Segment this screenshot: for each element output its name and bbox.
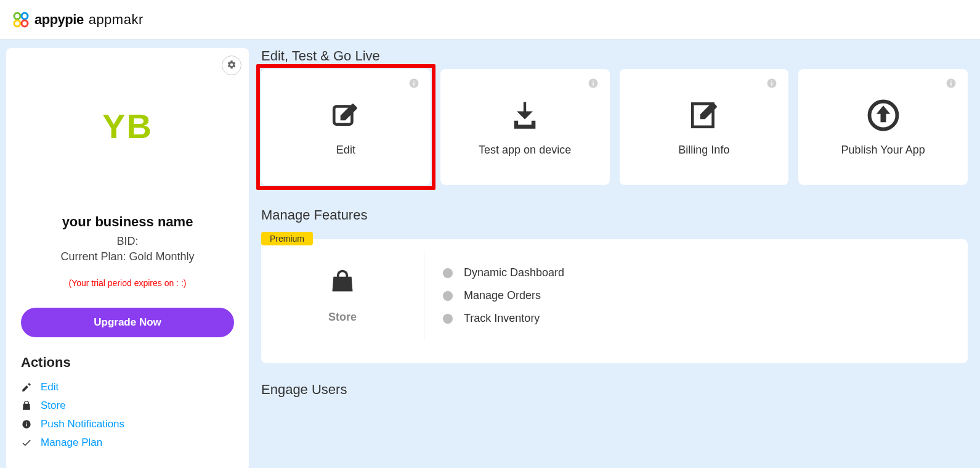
check-icon bbox=[21, 437, 32, 448]
features-section-title: Manage Features bbox=[261, 207, 968, 223]
premium-badge: Premium bbox=[261, 232, 313, 245]
brand-logo[interactable]: appypie appmakr bbox=[12, 11, 144, 28]
topbar: appypie appmakr bbox=[0, 0, 980, 39]
bid-label: BID: bbox=[21, 235, 234, 248]
info-icon[interactable] bbox=[946, 78, 957, 89]
svg-point-9 bbox=[22, 20, 28, 27]
edit-icon bbox=[328, 98, 363, 133]
feature-item[interactable]: Track Inventory bbox=[443, 307, 949, 330]
card-label: Billing Info bbox=[678, 144, 729, 157]
download-icon bbox=[508, 98, 542, 133]
card-test[interactable]: Test app on device bbox=[440, 69, 610, 185]
feature-item-label: Dynamic Dashboard bbox=[464, 266, 564, 279]
action-item-plan[interactable]: Manage Plan bbox=[21, 433, 234, 452]
info-icon[interactable] bbox=[408, 78, 419, 89]
card-label: Edit bbox=[336, 144, 355, 157]
edit-icon bbox=[21, 382, 32, 393]
action-item-push[interactable]: Push Notifications bbox=[21, 415, 234, 433]
info-icon[interactable] bbox=[766, 78, 777, 89]
action-link[interactable]: Push Notifications bbox=[41, 418, 124, 430]
upgrade-button[interactable]: Upgrade Now bbox=[21, 308, 234, 337]
bullet-icon bbox=[443, 291, 453, 301]
info-icon[interactable] bbox=[588, 78, 599, 89]
actions-title: Actions bbox=[21, 355, 234, 371]
card-label: Publish Your App bbox=[841, 144, 925, 157]
shopbag-icon bbox=[329, 268, 356, 297]
engage-section-title: Engage Users bbox=[261, 382, 968, 398]
edit-section-title: Edit, Test & Go Live bbox=[261, 48, 968, 64]
card-publish[interactable]: Publish Your App bbox=[798, 69, 968, 185]
card-billing[interactable]: Billing Info bbox=[620, 69, 789, 185]
feature-item-label: Manage Orders bbox=[464, 289, 541, 302]
app-logo: YB bbox=[21, 106, 234, 146]
card-label: Test app on device bbox=[479, 144, 571, 157]
svg-point-8 bbox=[14, 20, 20, 27]
info-icon bbox=[21, 419, 32, 430]
bag-icon bbox=[21, 400, 32, 411]
card-edit[interactable]: Edit bbox=[261, 69, 431, 185]
settings-button[interactable] bbox=[222, 55, 241, 75]
note-edit-icon bbox=[687, 98, 721, 133]
brand-name: appypie bbox=[34, 12, 84, 28]
svg-point-6 bbox=[14, 13, 20, 19]
feature-name: Store bbox=[328, 311, 357, 324]
feature-item[interactable]: Manage Orders bbox=[443, 284, 949, 307]
upload-circle-icon bbox=[866, 98, 901, 133]
app-name: your business name bbox=[21, 214, 234, 230]
logo-mark-icon bbox=[12, 11, 30, 28]
action-item-edit[interactable]: Edit bbox=[21, 378, 234, 396]
action-item-store[interactable]: Store bbox=[21, 396, 234, 415]
svg-marker-12 bbox=[517, 111, 533, 119]
gear-icon bbox=[227, 60, 237, 72]
bullet-icon bbox=[443, 314, 453, 324]
feature-item[interactable]: Dynamic Dashboard bbox=[443, 261, 949, 284]
action-link[interactable]: Store bbox=[41, 400, 66, 412]
trial-text: (Your trial period expires on : :) bbox=[21, 278, 234, 288]
brand-sub: appmakr bbox=[89, 12, 144, 28]
plan-text: Current Plan: Gold Monthly bbox=[21, 250, 234, 263]
action-link[interactable]: Manage Plan bbox=[41, 437, 102, 449]
sidebar: YB your business name BID: Current Plan:… bbox=[6, 48, 249, 468]
features-panel: Premium Store Dynamic Dashboard Manage O… bbox=[261, 239, 968, 363]
action-link[interactable]: Edit bbox=[41, 381, 59, 393]
main-content: Edit, Test & Go Live Edit bbox=[255, 42, 980, 468]
svg-point-7 bbox=[22, 13, 28, 19]
feature-store[interactable]: Store bbox=[261, 250, 424, 341]
feature-item-label: Track Inventory bbox=[464, 312, 540, 325]
bullet-icon bbox=[443, 268, 453, 278]
svg-marker-15 bbox=[876, 105, 890, 122]
